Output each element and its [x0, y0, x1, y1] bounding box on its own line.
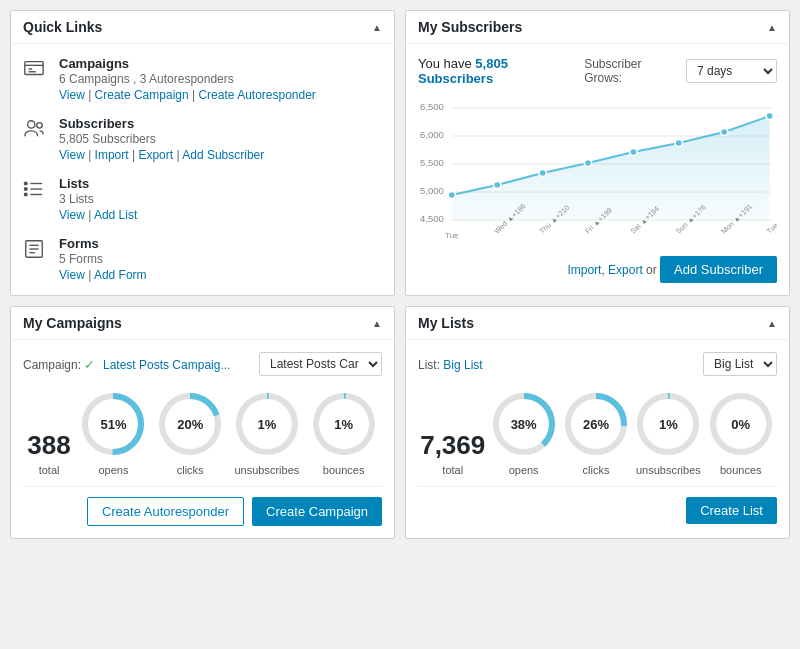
create-list-button[interactable]: Create List [686, 497, 777, 524]
campaigns-panel: My Campaigns ▲ Campaign: ✓ Latest Posts … [10, 306, 395, 539]
ql-forms: Forms 5 Forms View | Add Form [23, 236, 382, 282]
ql-lists-title: Lists [59, 176, 137, 191]
ql-subscribers: Subscribers 5,805 Subscribers View | Imp… [23, 116, 382, 162]
create-campaign-button[interactable]: Create Campaign [252, 497, 382, 526]
campaigns-opens-percent: 51% [100, 417, 126, 432]
svg-point-7 [24, 188, 27, 191]
svg-point-31 [766, 113, 773, 120]
campaigns-total-number: 388 [27, 432, 70, 458]
svg-point-25 [493, 182, 500, 189]
campaigns-unsub-donut: 1% [233, 390, 301, 458]
grows-select[interactable]: 7 days 14 days 30 days [686, 59, 777, 83]
campaigns-stat-bounces: 1% bounces [310, 390, 378, 476]
subscribers-header: My Subscribers ▲ [406, 11, 789, 44]
create-autoresponder-button[interactable]: Create Autoresponder [87, 497, 244, 526]
svg-text:6,000: 6,000 [420, 130, 444, 140]
subscribers-add-link[interactable]: Add Subscriber [182, 148, 264, 162]
ql-campaigns: Campaigns 6 Campaigns , 3 Autoresponders… [23, 56, 382, 102]
svg-text:4,500: 4,500 [420, 214, 444, 224]
campaigns-bounces-donut: 1% [310, 390, 378, 458]
subscribers-collapse-icon[interactable]: ▲ [767, 22, 777, 33]
subscribers-view-link[interactable]: View [59, 148, 85, 162]
list-selector: List: Big List Big List [418, 352, 777, 376]
campaigns-view-link[interactable]: View [59, 88, 85, 102]
list-selector-left: List: Big List [418, 357, 483, 372]
campaigns-stat-clicks: 20% clicks [156, 390, 224, 476]
lists-total-label: total [442, 464, 463, 476]
lists-content: List: Big List Big List 7,369 total [406, 340, 789, 536]
svg-point-29 [675, 140, 682, 147]
lists-total-number: 7,369 [420, 432, 485, 458]
svg-text:5,000: 5,000 [420, 186, 444, 196]
list-select[interactable]: Big List [703, 352, 777, 376]
ql-lists: Lists 3 Lists View | Add List [23, 176, 382, 222]
chart-svg: 6,500 6,000 5,500 5,000 4,500 [418, 96, 777, 246]
add-subscriber-button[interactable]: Add Subscriber [660, 256, 777, 283]
export-link[interactable]: Export [608, 263, 643, 277]
campaigns-footer: Create Autoresponder Create Campaign [23, 486, 382, 526]
campaigns-header: My Campaigns ▲ [11, 307, 394, 340]
import-link[interactable]: Import [567, 263, 601, 277]
footer-text: Import, Export or [567, 263, 660, 277]
svg-rect-0 [25, 62, 43, 75]
subscribers-footer: Import, Export or Add Subscriber [418, 256, 777, 283]
lists-stat-opens: 38% opens [490, 390, 558, 476]
campaigns-stat-opens: 51% opens [79, 390, 147, 476]
quick-links-header: Quick Links ▲ [11, 11, 394, 44]
svg-point-6 [24, 182, 27, 185]
subscribers-count-link[interactable]: 5,805 Subscribers [418, 56, 508, 86]
lists-stat-total: 7,369 total [420, 432, 485, 476]
campaigns-collapse-icon[interactable]: ▲ [372, 318, 382, 329]
subscribers-export-link[interactable]: Export [138, 148, 173, 162]
campaigns-stat-total: 388 total [27, 432, 70, 476]
lists-unsub-donut: 1% [634, 390, 702, 458]
svg-point-1 [28, 121, 35, 128]
lists-add-link[interactable]: Add List [94, 208, 137, 222]
quick-links-title: Quick Links [23, 19, 102, 35]
lists-footer: Create List [418, 486, 777, 524]
forms-view-link[interactable]: View [59, 268, 85, 282]
ql-lists-text: Lists 3 Lists View | Add List [59, 176, 137, 222]
forms-add-link[interactable]: Add Form [94, 268, 147, 282]
subscriber-grows-control: Subscriber Grows: 7 days 14 days 30 days [584, 57, 777, 85]
ql-campaigns-links: View | Create Campaign | Create Autoresp… [59, 87, 316, 102]
list-name-link[interactable]: Big List [443, 358, 482, 372]
ql-campaigns-subtitle: 6 Campaigns , 3 Autoresponders [59, 72, 316, 86]
lists-panel: My Lists ▲ List: Big List Big List 7,369… [405, 306, 790, 539]
lists-title: My Lists [418, 315, 474, 331]
svg-point-8 [24, 193, 27, 196]
campaign-checkmark: ✓ [84, 357, 95, 372]
campaigns-unsub-label: unsubscribes [234, 464, 299, 476]
svg-point-27 [584, 160, 591, 167]
lists-clicks-percent: 26% [583, 417, 609, 432]
campaign-selector: Campaign: ✓ Latest Posts Campaig... Late… [23, 352, 382, 376]
ql-campaigns-title: Campaigns [59, 56, 316, 71]
campaigns-clicks-percent: 20% [177, 417, 203, 432]
subscribers-icon [23, 118, 59, 143]
lists-stat-unsubscribes: 1% unsubscribes [634, 390, 702, 476]
ql-forms-title: Forms [59, 236, 147, 251]
lists-stat-bounces: 0% bounces [707, 390, 775, 476]
lists-view-link[interactable]: View [59, 208, 85, 222]
lists-stats-row: 7,369 total 38% opens [418, 390, 777, 476]
campaigns-autoresponder-link[interactable]: Create Autoresponder [198, 88, 315, 102]
lists-stat-clicks: 26% clicks [562, 390, 630, 476]
campaigns-unsub-percent: 1% [258, 417, 277, 432]
campaign-select[interactable]: Latest Posts Car [259, 352, 382, 376]
lists-clicks-donut: 26% [562, 390, 630, 458]
campaigns-title: My Campaigns [23, 315, 122, 331]
ql-campaigns-text: Campaigns 6 Campaigns , 3 Autoresponders… [59, 56, 316, 102]
collapse-icon[interactable]: ▲ [372, 22, 382, 33]
svg-text:Tue: Tue [445, 231, 458, 240]
lists-bounces-donut: 0% [707, 390, 775, 458]
lists-collapse-icon[interactable]: ▲ [767, 318, 777, 329]
campaigns-icon [23, 58, 59, 83]
forms-icon [23, 238, 59, 263]
campaigns-create-link[interactable]: Create Campaign [95, 88, 189, 102]
lists-bounces-label: bounces [720, 464, 762, 476]
subscribers-content: You have 5,805 Subscribers Subscriber Gr… [406, 44, 789, 295]
lists-icon [23, 178, 59, 203]
subscribers-import-link[interactable]: Import [95, 148, 129, 162]
grows-label: Subscriber Grows: [584, 57, 680, 85]
subscribers-panel: My Subscribers ▲ You have 5,805 Subscrib… [405, 10, 790, 296]
